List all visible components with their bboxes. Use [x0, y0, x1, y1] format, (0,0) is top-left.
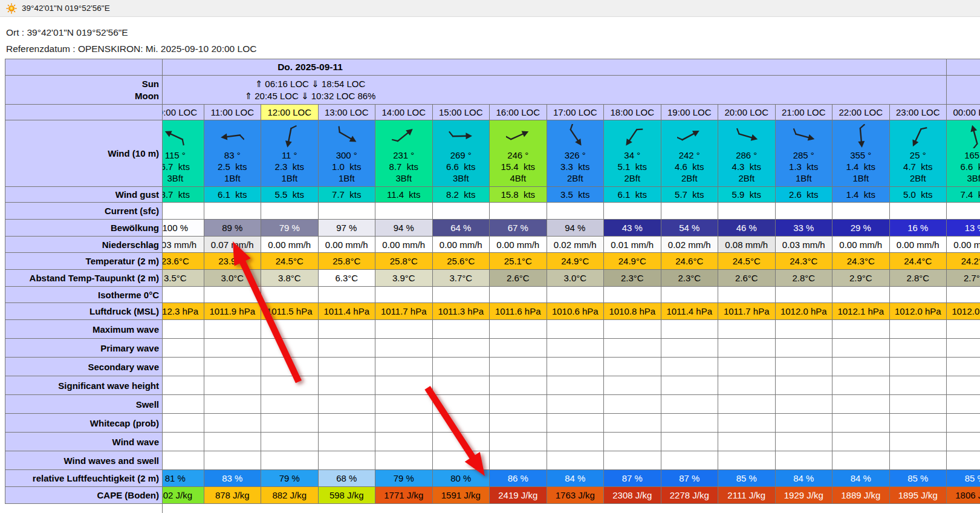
wind-gust-cell: 8.2 kts [433, 187, 490, 203]
wind-direction-arrow [334, 124, 359, 148]
row-label-max-wave: Maximum wave [5, 320, 163, 339]
humidity-cell: 80 % [433, 470, 490, 487]
wind-beaufort: 3Bft [453, 172, 469, 184]
wind-beaufort: 1Bft [281, 172, 297, 184]
precipitation-cell: 0.01 mm/h [604, 237, 661, 253]
wind-speed: 6.7 kts [163, 161, 190, 172]
wind-direction-arrow [163, 124, 187, 148]
wind-direction: 165 ° [964, 149, 980, 161]
wind-beaufort: 2Bft [567, 172, 583, 184]
whitecap-cell [490, 414, 547, 433]
wind-wave-cell [547, 433, 605, 451]
isotherm-cell [832, 287, 890, 303]
row-label-wind-wave: Wind wave [5, 433, 163, 451]
wind-gust-cell: 5.0 kts [890, 187, 947, 203]
wind-wave-cell [433, 433, 490, 451]
time-header: 14:00 LOC [375, 105, 433, 120]
cloud-cover-cell: 16 % [890, 220, 947, 237]
wind-speed: 2.5 kts [218, 161, 247, 172]
secondary-wave-cell [661, 358, 719, 376]
secondary-wave-cell [547, 358, 605, 376]
pressure-cell: 1011.3 hPa [433, 303, 490, 320]
temperature-cell: 24.2°C [947, 253, 980, 270]
wind-waves-swell-cell [204, 451, 262, 470]
swell-cell [163, 395, 204, 414]
wind-direction-arrow [620, 124, 644, 148]
dewpoint-spread-cell: 3.5°C [163, 270, 204, 287]
precipitation-cell: 0.08 mm/h [718, 237, 776, 253]
row-label-secondary-wave: Secondary wave [5, 358, 163, 376]
row-label-cloud-cover: Bewölkung [5, 220, 163, 237]
isotherm-cell [490, 287, 547, 303]
time-header: 17:00 LOC [547, 105, 605, 120]
significant-wave-cell [433, 376, 490, 395]
wind-wave-cell [319, 433, 376, 451]
primary-wave-cell [375, 339, 433, 358]
temperature-cell: 25.6°C [433, 253, 490, 270]
wind-direction-arrow [963, 124, 980, 148]
wind-direction: 326 ° [565, 149, 586, 161]
wind-beaufort: 3Bft [395, 172, 412, 184]
isotherm-cell [433, 287, 490, 303]
wind-direction: 11 ° [282, 149, 297, 161]
time-header: 18:00 LOC [604, 105, 661, 120]
precipitation-cell: 0.00 mm/h [261, 237, 319, 253]
cape-cell: 2111 J/kg [718, 487, 776, 504]
isotherm-cell [163, 287, 204, 303]
dewpoint-spread-cell: 2.8°C [890, 270, 947, 287]
whitecap-cell [718, 414, 776, 433]
data-pane-scroll-area[interactable]: Do. 2025-09-11⇑ 06:16 LOC ⇓ 18:54 LOC⇑ 2… [163, 59, 980, 504]
precipitation-cell: 0.00 mm/h [890, 237, 947, 253]
wind-beaufort: 2Bft [624, 172, 640, 184]
wind-beaufort: 4Bft [510, 172, 526, 184]
whitecap-cell [319, 414, 376, 433]
secondary-wave-cell [718, 358, 776, 376]
wind-speed: 1.3 kts [789, 161, 818, 172]
primary-wave-cell [661, 339, 719, 358]
secondary-wave-cell [832, 358, 890, 376]
temperature-cell: 24.9°C [547, 253, 605, 270]
wind-speed: 4.6 kts [675, 161, 704, 172]
precipitation-cell: 0.07 mm/h [204, 237, 262, 253]
max-wave-cell [319, 320, 376, 339]
wind-waves-swell-cell [319, 451, 376, 470]
wind-cell: 25 °4.7 kts2Bft [890, 120, 947, 187]
wind-waves-swell-cell [890, 451, 947, 470]
temperature-cell: 25.8°C [319, 253, 376, 270]
wind-direction: 242 ° [679, 149, 700, 161]
wind-waves-swell-cell [375, 451, 433, 470]
wind-direction-arrow [563, 124, 587, 148]
current-cell [776, 203, 833, 220]
secondary-wave-cell [433, 358, 490, 376]
wind-cell: 269 °6.6 kts3Bft [433, 120, 490, 187]
significant-wave-cell [890, 376, 947, 395]
row-label-whitecap: Whitecap (prob) [5, 414, 163, 433]
dewpoint-spread-cell: 2.8°C [776, 270, 833, 287]
isotherm-cell [375, 287, 433, 303]
wind-speed: 15.4 kts [501, 161, 535, 172]
precipitation-cell: 0.02 mm/h [547, 237, 605, 253]
wind-cell: 242 °4.6 kts2Bft [661, 120, 719, 187]
date-text: Do. 2025-09-11 [163, 61, 473, 73]
cloud-cover-cell: 89 % [204, 220, 262, 237]
wind-wave-cell [375, 433, 433, 451]
time-header: 12:00 LOC [261, 105, 319, 120]
window-titlebar[interactable]: 39°42'01"N 019°52'56"E [0, 0, 980, 17]
max-wave-cell [718, 320, 776, 339]
date-header-next-day [947, 59, 980, 76]
precipitation-cell: 0.00 mm/h [319, 237, 376, 253]
primary-wave-cell [433, 339, 490, 358]
temperature-cell: 23.6°C [163, 253, 204, 270]
time-row-label [5, 105, 163, 120]
time-header: 15:00 LOC [433, 105, 490, 120]
humidity-cell: 85 % [890, 470, 947, 487]
wind-gust-cell: 7.4 kts [947, 187, 980, 203]
significant-wave-cell [375, 376, 433, 395]
wind-wave-cell [490, 433, 547, 451]
location-line: Ort : 39°42'01"N 019°52'56"E [6, 24, 256, 41]
wind-speed: 4.7 kts [903, 161, 932, 172]
isotherm-cell [718, 287, 776, 303]
dewpoint-spread-cell: 3.0°C [204, 270, 262, 287]
temperature-cell: 23.9°C [204, 253, 262, 270]
cloud-cover-cell: 46 % [718, 220, 776, 237]
